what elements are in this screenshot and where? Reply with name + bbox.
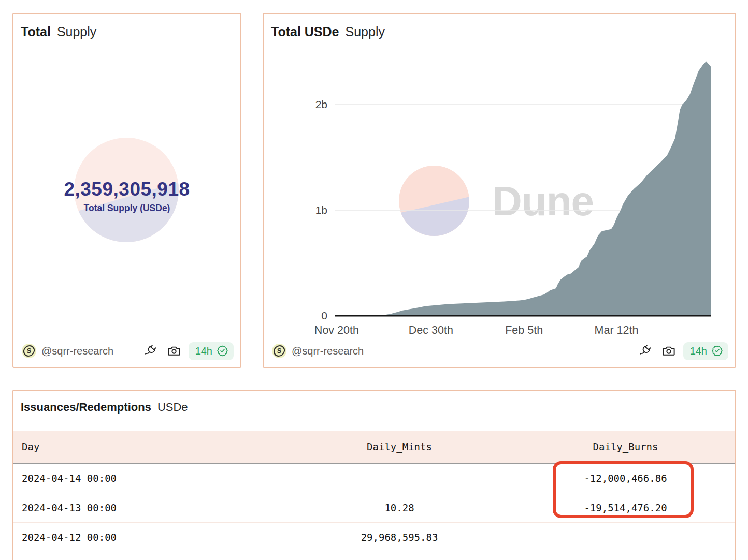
column-header-day[interactable]: Day — [13, 441, 283, 452]
refresh-age-badge[interactable]: 14h — [683, 342, 728, 360]
cell-day: 2024-04-12 00:00 — [13, 532, 283, 543]
total-supply-value: 2,359,305,918 — [13, 179, 240, 200]
table-row: 2024-04-12 00:0029,968,595.83 — [13, 523, 735, 552]
cell-daily-mints: 10.28 — [283, 502, 516, 513]
verified-seal-icon — [711, 345, 723, 357]
svg-text:1b: 1b — [315, 204, 327, 216]
svg-text:Dec 30th: Dec 30th — [409, 324, 453, 336]
supply-area-chart: 01b2bNov 20thDec 30thFeb 5thMar 12th — [264, 14, 735, 367]
refresh-age-label: 14h — [690, 344, 707, 358]
cell-daily-mints: 29,968,595.83 — [283, 532, 516, 543]
camera-icon[interactable] — [167, 344, 181, 358]
author-handle-link[interactable]: @sqrr-research — [41, 345, 113, 357]
widget-title-rest: Supply — [57, 24, 96, 39]
svg-text:Mar 12th: Mar 12th — [595, 324, 639, 336]
cell-day: 2024-04-14 00:00 — [13, 473, 283, 484]
widget-title-bold: Issuances/Redemptions — [21, 401, 151, 414]
camera-icon[interactable] — [661, 344, 676, 358]
plug-icon[interactable] — [639, 344, 653, 358]
cell-daily-burns: -19,514,476.20 — [516, 502, 735, 513]
table-row: 2024-04-13 00:0010.28-19,514,476.20 — [13, 493, 735, 523]
issuances-redemptions-table-widget: Issuances/RedemptionsUSDe Day Daily_Mint… — [12, 390, 736, 560]
counter-block: 2,359,305,918 Total Supply (USDe) — [13, 179, 240, 214]
widget-footer: S @sqrr-research 14h — [272, 342, 728, 360]
table-body: 2024-04-14 00:00-12,000,466.862024-04-13… — [13, 464, 735, 552]
verified-seal-icon — [217, 345, 228, 357]
cell-day: 2024-04-13 00:00 — [13, 502, 283, 513]
column-header-daily-mints[interactable]: Daily_Mints — [283, 441, 516, 452]
table-row: 2024-04-14 00:00-12,000,466.86 — [13, 464, 735, 493]
widget-title: TotalSupply — [21, 23, 96, 40]
svg-text:0: 0 — [321, 310, 327, 321]
svg-text:Feb 5th: Feb 5th — [505, 324, 543, 336]
cell-daily-burns: -12,000,466.86 — [516, 473, 735, 484]
author-handle-link[interactable]: @sqrr-research — [292, 345, 364, 357]
widget-title-bold: Total — [21, 24, 51, 39]
avatar-letter: S — [23, 345, 35, 357]
avatar-letter: S — [273, 345, 285, 357]
total-supply-label: Total Supply (USDe) — [13, 202, 240, 214]
sqrr-avatar: S — [272, 344, 286, 358]
plug-icon[interactable] — [144, 344, 159, 358]
refresh-age-badge[interactable]: 14h — [189, 342, 234, 360]
sqrr-avatar: S — [22, 344, 36, 358]
column-header-daily-burns[interactable]: Daily_Burns — [516, 441, 735, 452]
widget-title-rest: USDe — [157, 401, 188, 414]
total-supply-counter-widget: TotalSupply 2,359,305,918 Total Supply (… — [12, 13, 241, 368]
svg-text:2b: 2b — [315, 98, 327, 110]
svg-text:Nov 20th: Nov 20th — [314, 324, 359, 336]
refresh-age-label: 14h — [195, 344, 212, 358]
widget-title: Issuances/RedemptionsUSDe — [21, 399, 188, 416]
table-header-row: Day Daily_Mints Daily_Burns — [13, 431, 735, 463]
widget-footer: S @sqrr-research 14h — [22, 342, 234, 360]
usde-supply-chart-widget: Total USDeSupply Dune 01b2bNov 20thDec 3… — [263, 13, 736, 368]
